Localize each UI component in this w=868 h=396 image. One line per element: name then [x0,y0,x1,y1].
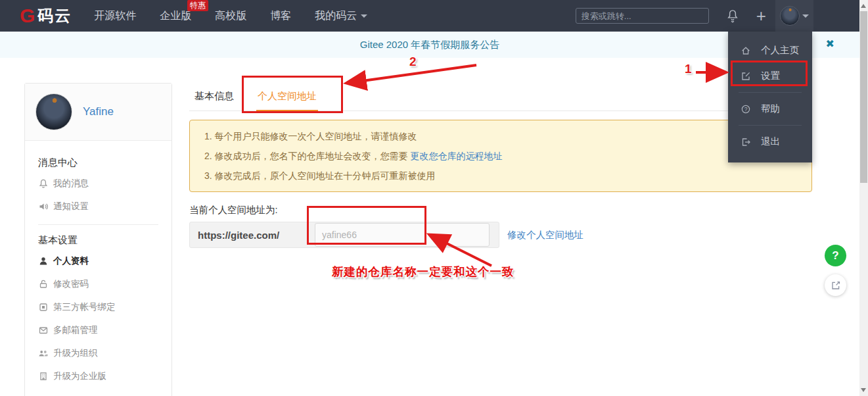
sidebar-item-email-management[interactable]: 多邮箱管理 [38,318,158,341]
gitee-logo-text: 码云 [37,5,72,26]
sidebar-item-upgrade-organization[interactable]: 升级为组织 [38,341,158,364]
remote-address-link[interactable]: 更改您仓库的远程地址 [410,151,502,161]
warning-message: 1. 每个用户只能修改一次个人空间地址，请谨慎修改 2. 修改成功后，您名下的仓… [189,120,812,192]
divider [38,224,158,225]
avatar[interactable] [35,93,72,130]
url-prefix-label: https://gitee.com/ [198,230,279,241]
sidebar-item-upgrade-enterprise[interactable]: 升级为企业版 [38,364,158,387]
bell-icon[interactable] [726,9,739,23]
speaker-icon [38,201,49,212]
announcement-link[interactable]: Gitee 2020 年春节假期服务公告 [360,39,500,51]
warning-line-3: 3. 修改完成后，原个人空间地址在十分钟后可重新被使用 [204,166,797,186]
logout-icon [741,137,751,147]
address-form-row: https://gitee.com/ 修改个人空间地址 [189,222,812,248]
chevron-down-icon [802,14,809,18]
avatar [780,6,800,26]
annotation-note-text: 新建的仓库名称一定要和这个一致 [332,264,514,280]
search-input[interactable] [576,8,709,24]
promo-badge: 特惠 [187,0,208,11]
nav-menu: 开源软件 企业版 特惠 高校版 博客 我的码云 [94,9,367,23]
modify-address-link[interactable]: 修改个人空间地址 [507,229,583,241]
warning-line-2: 2. 修改成功后，您名下的仓库地址会改变，您需要 更改您仓库的远程地址 [204,146,797,166]
nav-item-my-gitee[interactable]: 我的码云 [315,9,367,23]
divider [739,125,802,126]
lock-icon [38,279,49,289]
edit-icon [741,71,751,82]
menu-item-label: 设置 [761,70,780,82]
plus-icon[interactable]: + [756,9,766,22]
sidebar-item-profile[interactable]: 个人资料 [38,249,158,272]
space-address-input[interactable] [315,223,490,247]
sidebar-section-basic: 基本设置 [38,234,158,247]
sidebar-item-label: 我的消息 [53,178,89,189]
bell-icon-glyph [726,9,739,23]
scrollbar-thumb[interactable] [860,11,867,183]
menu-item-label: 个人主页 [761,44,799,57]
username-link[interactable]: Yafine [83,105,114,118]
sidebar-item-label: 多邮箱管理 [53,324,98,336]
sidebar-item-label: 通知设置 [53,201,89,212]
profile-card: Yafine [25,84,171,141]
sidebar-menu: 消息中心 我的消息 通知设置 基本设置 [25,141,171,396]
sidebar-item-third-party-binding[interactable]: 第三方帐号绑定 [38,295,158,318]
nav-item-my-gitee-label: 我的码云 [315,10,357,21]
menu-item-logout[interactable]: 退出 [728,129,812,155]
url-input-group: https://gitee.com/ [189,222,499,248]
menu-item-settings[interactable]: 设置 [728,63,812,89]
chevron-down-icon [361,14,367,18]
user-avatar-button[interactable] [775,0,813,32]
menu-item-help[interactable]: ? 帮助 [728,96,812,122]
main-content: 基本信息 个人空间地址 1. 每个用户只能修改一次个人空间地址，请谨慎修改 2.… [189,84,812,248]
divider [739,92,802,93]
svg-text:?: ? [744,105,748,112]
sidebar-section-messages: 消息中心 [38,157,158,169]
page-scrollbar [859,0,868,396]
mail-icon [38,325,49,335]
help-fab-label: ? [832,249,838,262]
sidebar-item-label: 第三方帐号绑定 [53,301,116,313]
tab-basic-info[interactable]: 基本信息 [193,84,235,111]
bell-icon [38,178,49,189]
nav-item-blog[interactable]: 博客 [270,9,291,23]
help-fab-button[interactable]: ? [825,245,846,266]
help-icon: ? [741,104,751,114]
sidebar-item-my-messages[interactable]: 我的消息 [38,172,158,195]
settings-sidebar: Yafine 消息中心 我的消息 通知设置 基本设置 [24,83,172,396]
menu-item-personal-homepage[interactable]: 个人主页 [728,37,812,63]
user-dropdown-menu: 个人主页 设置 ? 帮助 退出 [728,32,812,162]
users-icon [38,348,49,359]
sidebar-item-label: 升级为企业版 [53,370,106,382]
sidebar-item-label: 个人资料 [53,255,89,267]
share-icon [831,280,841,291]
nav-item-enterprise-label: 企业版 [160,10,191,21]
sidebar-item-change-password[interactable]: 修改密码 [38,272,158,295]
close-icon[interactable]: ✖ [826,37,834,50]
warning-line-2-text: 2. 修改成功后，您名下的仓库地址会改变，您需要 [204,151,410,161]
gitee-logo[interactable]: G 码云 [20,5,72,26]
home-icon [741,45,751,56]
share-fab-button[interactable] [825,274,846,296]
nav-item-opensource[interactable]: 开源软件 [94,9,136,23]
sidebar-item-label: 升级为组织 [53,347,98,359]
menu-item-label: 帮助 [761,103,780,115]
sidebar-item-notification-settings[interactable]: 通知设置 [38,195,158,218]
navbar-right: + [576,0,813,32]
user-icon [38,256,49,266]
tab-personal-space-address[interactable]: 个人空间地址 [256,84,318,111]
top-navbar: G 码云 开源软件 企业版 特惠 高校版 博客 我的码云 + [0,0,868,32]
gitee-logo-icon: G [20,6,35,26]
scrollbar-up-arrow-icon[interactable] [861,4,866,8]
nav-item-enterprise[interactable]: 企业版 特惠 [160,9,191,23]
scrollbar-down-arrow-icon[interactable] [861,388,866,392]
menu-item-label: 退出 [761,136,780,148]
sidebar-item-label: 修改密码 [53,278,89,290]
annotation-step-1: 1 [685,62,692,76]
building-icon [38,371,49,382]
tab-bar: 基本信息 个人空间地址 [189,84,812,111]
warning-line-1: 1. 每个用户只能修改一次个人空间地址，请谨慎修改 [204,126,797,146]
id-card-icon [38,302,49,312]
current-address-label: 当前个人空间地址为: [189,204,812,216]
nav-item-education[interactable]: 高校版 [215,9,246,23]
